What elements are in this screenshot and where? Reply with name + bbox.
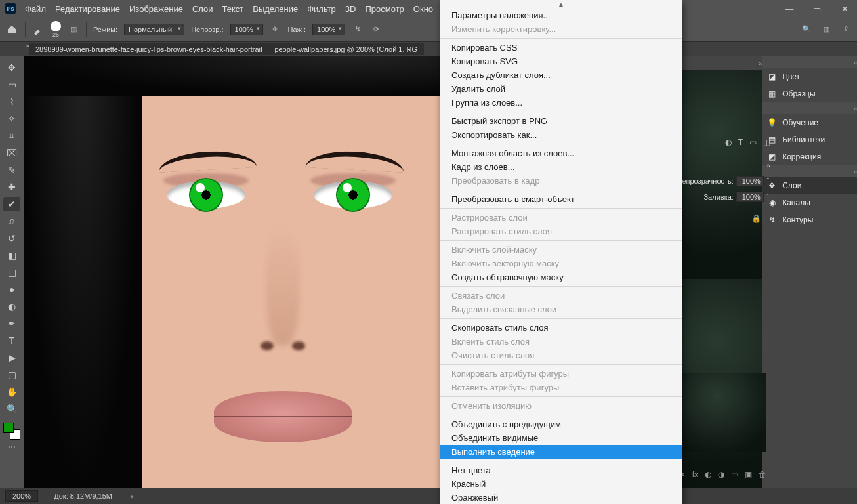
clone-stamp-tool[interactable]: ⎌ <box>3 214 20 228</box>
document-tab-bar: « 2898989-women-brunette-face-juicy-lips… <box>0 42 857 56</box>
menu-item[interactable]: Кадр из слоев... <box>440 160 682 174</box>
menu-item[interactable]: Создать обтравочную маску <box>440 270 682 284</box>
workspace-icon[interactable]: ▥ <box>820 24 832 35</box>
menu-item[interactable]: Удалить слой <box>440 82 682 96</box>
dodge-tool[interactable]: ◐ <box>3 299 20 314</box>
menu-выделение[interactable]: Выделение <box>253 4 298 14</box>
menu-редактирование[interactable]: Редактирование <box>55 4 120 14</box>
flow-dropdown[interactable]: 100% <box>312 24 345 35</box>
panel-tab-Обучение[interactable]: 💡Обучение <box>762 114 857 131</box>
menu-item[interactable]: Параметры наложения... <box>440 9 682 22</box>
blur-tool[interactable]: ● <box>3 282 20 297</box>
lasso-tool[interactable]: ⌇ <box>3 94 20 109</box>
panel-tab-Каналы[interactable]: ◉Каналы <box>762 194 857 211</box>
menu-item[interactable]: Группа из слоев... <box>440 96 682 110</box>
menu-item[interactable]: Копировать CSS <box>440 41 682 54</box>
document-size: Док: 8,12M/9,15M <box>54 492 112 500</box>
healing-brush-tool[interactable]: ✚ <box>3 180 20 194</box>
brush-preset-icon[interactable] <box>32 24 44 35</box>
panel-collapse-icon[interactable]: « <box>673 56 762 70</box>
menu-item[interactable]: Экспортировать как... <box>440 128 682 142</box>
move-tool[interactable]: ✥ <box>3 60 20 75</box>
filter-smart-icon[interactable]: ◫ <box>763 138 770 147</box>
menu-item[interactable]: Монтажная область из слоев... <box>440 146 682 160</box>
more-tools-icon[interactable]: ⋯ <box>8 442 16 452</box>
panel-tab-Коррекция[interactable]: ◩Коррекция <box>762 148 857 165</box>
panel-tab-Контуры[interactable]: ↯Контуры <box>762 211 857 228</box>
delete-layer-icon[interactable]: 🗑 <box>759 470 766 479</box>
new-group-icon[interactable]: ▭ <box>731 470 738 479</box>
zoom-level[interactable]: 200% <box>5 490 38 502</box>
smoothing-icon[interactable]: ⟳ <box>370 24 382 35</box>
home-icon[interactable] <box>5 23 18 36</box>
share-icon[interactable]: ⇪ <box>840 24 852 35</box>
filter-adjustments-icon[interactable]: ◐ <box>725 138 732 147</box>
menu-item[interactable]: Оранжевый <box>440 491 682 504</box>
type-tool[interactable]: T <box>3 333 20 348</box>
marquee-tool[interactable]: ▭ <box>3 77 20 92</box>
menu-item[interactable]: Выполнить сведение <box>440 445 682 459</box>
menu-текст[interactable]: Текст <box>222 4 244 14</box>
brush-tool[interactable]: ✔ <box>3 197 20 211</box>
eraser-tool[interactable]: ◧ <box>3 248 20 262</box>
menu-фильтр[interactable]: Фильтр <box>307 4 336 14</box>
window-close-icon[interactable]: ✕ <box>837 5 852 12</box>
window-minimize-icon[interactable]: — <box>782 5 797 12</box>
layer-fill-input[interactable]: 100% <box>736 192 764 202</box>
crop-tool[interactable]: ⌗ <box>3 129 20 143</box>
opacity-pressure-icon[interactable]: ✈ <box>270 24 282 35</box>
menu-item[interactable]: Копировать SVG <box>440 54 682 68</box>
menu-item[interactable]: Создать дубликат слоя... <box>440 68 682 82</box>
airbrush-icon[interactable]: ↯ <box>352 24 364 35</box>
menu-слои[interactable]: Слои <box>192 4 213 14</box>
gradient-tool[interactable]: ◫ <box>3 265 20 280</box>
eyedropper-tool[interactable]: ✎ <box>3 163 20 177</box>
adjustment-layer-icon[interactable]: ◑ <box>718 470 724 479</box>
panel-tab-Образцы[interactable]: ▦Образцы <box>762 85 857 102</box>
panel-tab-Слои[interactable]: ❖Слои <box>762 177 857 194</box>
menu-item[interactable]: Быстрый экспорт в PNG <box>440 114 682 128</box>
menu-scroll-up-icon[interactable]: ▲ <box>440 0 682 9</box>
menu-item[interactable]: Преобразовать в смарт-объект <box>440 192 682 206</box>
menu-item: Вставить атрибуты фигуры <box>440 381 682 394</box>
layer-fx-icon[interactable]: fx <box>692 470 698 479</box>
frame-tool[interactable]: ⌧ <box>3 146 20 160</box>
panel-tab-Библиотеки[interactable]: ▤Библиотеки <box>762 131 857 148</box>
menu-изображение[interactable]: Изображение <box>129 4 183 14</box>
menu-item[interactable]: Скопировать стиль слоя <box>440 321 682 335</box>
rectangle-tool[interactable]: ▢ <box>3 368 20 382</box>
zoom-tool[interactable]: 🔍 <box>3 402 20 416</box>
history-brush-tool[interactable]: ↺ <box>3 231 20 245</box>
filter-type-icon[interactable]: T <box>738 138 743 147</box>
layer-mask-icon[interactable]: ◐ <box>705 470 711 479</box>
right-panel-collapse-icon[interactable]: » <box>762 56 857 68</box>
opacity-dropdown[interactable]: 100% <box>230 24 263 35</box>
new-layer-icon[interactable]: ▣ <box>745 470 752 479</box>
menu-item[interactable]: Объединить с предыдущим <box>440 417 682 431</box>
window-restore-icon[interactable]: ▭ <box>810 5 824 12</box>
panel-tab-Цвет[interactable]: ◪Цвет <box>762 68 857 85</box>
menu-просмотр[interactable]: Просмотр <box>365 4 404 14</box>
brush-size-icon[interactable] <box>51 21 61 32</box>
menu-bar: Ps ФайлРедактированиеИзображениеСлоиТекс… <box>0 0 857 17</box>
mode-dropdown[interactable]: Нормальный <box>124 24 184 35</box>
filter-shapes-icon[interactable]: ▭ <box>749 138 757 147</box>
menu-item[interactable]: Красный <box>440 477 682 491</box>
status-chevron-icon[interactable]: ▸ <box>131 492 135 501</box>
lock-icon[interactable]: 🔒 <box>751 214 761 223</box>
menu-файл[interactable]: Файл <box>25 4 46 14</box>
pen-tool[interactable]: ✒ <box>3 316 20 331</box>
path-selection-tool[interactable]: ▶ <box>3 350 20 365</box>
brush-panel-icon[interactable]: ▥ <box>68 24 79 35</box>
menu-item[interactable]: Нет цвета <box>440 463 682 477</box>
layer-thumb-large[interactable] <box>668 373 766 452</box>
document-tab[interactable]: 2898989-women-brunette-face-juicy-lips-b… <box>29 43 424 55</box>
search-icon[interactable]: 🔍 <box>801 24 812 35</box>
menu-item[interactable]: Объединить видимые <box>440 431 682 445</box>
hand-tool[interactable]: ✋ <box>3 385 20 399</box>
color-swatches[interactable] <box>3 423 20 440</box>
menu-окно[interactable]: Окно <box>413 4 433 14</box>
layer-opacity-input[interactable]: 100% <box>736 176 764 186</box>
magic-wand-tool[interactable]: ✧ <box>3 112 20 126</box>
menu-3d[interactable]: 3D <box>345 4 356 14</box>
